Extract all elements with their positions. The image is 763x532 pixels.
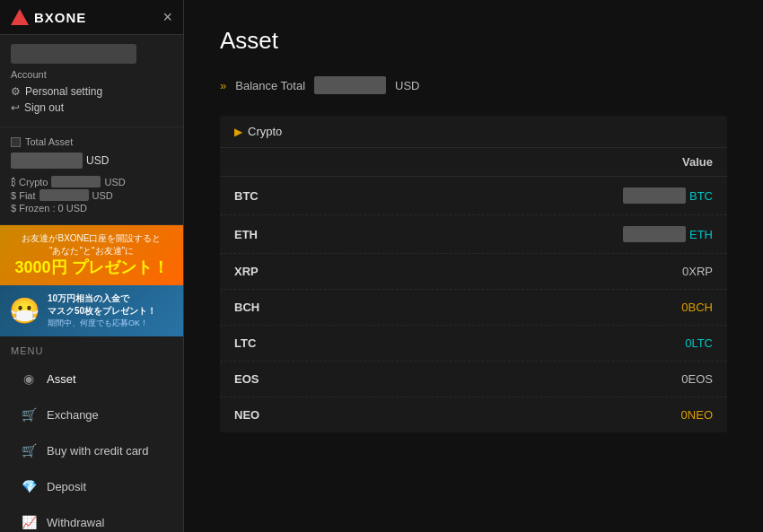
- credit-card-icon: 🛒: [20, 441, 38, 459]
- promo1-line1: お友達がBXONE口座を開設すると"あなた"と"お友達"に: [9, 232, 174, 257]
- signout-icon: ↩: [11, 101, 20, 114]
- crypto-expand-icon: ▶: [234, 126, 242, 138]
- table-row: NEO 0NEO: [220, 397, 727, 432]
- crypto-table-header: Value: [220, 148, 727, 177]
- btc-blur: [623, 188, 686, 204]
- sidebar-item-deposit-label: Deposit: [47, 480, 86, 493]
- promo-banner-1[interactable]: お友達がBXONE口座を開設すると"あなた"と"お友達"に 3000円 プレゼン…: [0, 225, 183, 285]
- crypto-value-xrp: 0XRP: [682, 265, 713, 278]
- crypto-name-btc: BTC: [234, 189, 306, 203]
- xrp-amount: 0XRP: [682, 265, 713, 278]
- table-row: ETH ETH: [220, 215, 727, 254]
- crypto-table: Value BTC BTC ETH ETH XRP: [220, 148, 727, 432]
- checkbox-icon: [11, 137, 21, 147]
- mask-icon: 😷: [9, 299, 40, 324]
- promo2-line2: 期間中、何度でも応募OK！: [48, 318, 174, 329]
- balance-total-value-blur: [314, 76, 386, 94]
- sidebar-item-buy-credit[interactable]: 🛒 Buy with credit card: [11, 433, 172, 467]
- main-content: Asset » Balance Total USD ▶ Crypto Value…: [184, 0, 763, 532]
- personal-setting-label: Personal setting: [25, 85, 102, 98]
- frozen-balance: $ Frozen : 0 USD: [11, 203, 172, 214]
- page-title: Asset: [220, 27, 727, 55]
- balance-total-label: Balance Total: [235, 79, 305, 92]
- promo2-line1: 10万円相当の入金でマスク50枚をプレゼント！: [48, 292, 174, 318]
- sidebar-item-exchange-label: Exchange: [47, 408, 99, 422]
- sidebar-item-withdrawal-label: Withdrawal: [47, 516, 104, 529]
- crypto-name-eth: ETH: [234, 228, 306, 241]
- sidebar-item-exchange[interactable]: 🛒 Exchange: [11, 397, 172, 432]
- neo-amount: 0NEO: [681, 408, 713, 422]
- total-balance-blur: [11, 153, 83, 169]
- crypto-name-ltc: LTC: [234, 336, 306, 350]
- personal-setting-link[interactable]: ⚙ Personal setting: [11, 85, 172, 98]
- crypto-value-ltc: 0LTC: [685, 336, 713, 350]
- fiat-balance: $ Fiat USD: [11, 189, 172, 201]
- sidebar-item-withdrawal[interactable]: 📈 Withdrawal: [11, 505, 172, 532]
- crypto-header-label: Crypto: [248, 125, 282, 138]
- sign-out-link[interactable]: ↩ Sign out: [11, 101, 172, 114]
- crypto-value-header: Value: [682, 155, 713, 169]
- total-asset-label: Total Asset: [11, 136, 172, 147]
- account-input-bar: [11, 44, 136, 64]
- gear-icon: ⚙: [11, 85, 21, 98]
- table-row: XRP 0XRP: [220, 254, 727, 290]
- promo-banner-2[interactable]: 😷 10万円相当の入金でマスク50枚をプレゼント！ 期間中、何度でも応募OK！: [0, 285, 183, 336]
- crypto-header[interactable]: ▶ Crypto: [220, 116, 727, 148]
- total-balance-usd: USD: [86, 154, 109, 167]
- promo1-amount: 3000円 プレゼント！: [9, 257, 174, 278]
- menu-label: MENU: [11, 345, 172, 356]
- sidebar-item-buy-credit-label: Buy with credit card: [47, 444, 148, 458]
- crypto-name-bch: BCH: [234, 301, 306, 314]
- balance-total-arrow-icon: »: [220, 79, 226, 92]
- eth-amount: ETH: [689, 228, 713, 241]
- deposit-icon: 💎: [20, 477, 38, 495]
- balance-section: Total Asset USD ₿ Crypto USD $ Fiat USD …: [0, 127, 183, 225]
- table-row: BCH 0BCH: [220, 290, 727, 326]
- table-row: EOS 0EOS: [220, 362, 727, 397]
- crypto-value-btc: BTC: [623, 188, 713, 204]
- sidebar-item-deposit[interactable]: 💎 Deposit: [11, 469, 172, 503]
- crypto-value-neo: 0NEO: [681, 408, 713, 422]
- sidebar: BXONE × Account ⚙ Personal setting ↩ Sig…: [0, 0, 184, 532]
- logo-triangle-icon: [11, 9, 29, 25]
- sidebar-header: BXONE ×: [0, 0, 183, 35]
- exchange-icon: 🛒: [20, 406, 38, 423]
- logo-text: BXONE: [34, 10, 86, 25]
- crypto-name-xrp: XRP: [234, 265, 306, 278]
- sidebar-item-asset-label: Asset: [47, 372, 76, 386]
- table-row: BTC BTC: [220, 177, 727, 215]
- table-row: LTC 0LTC: [220, 326, 727, 362]
- menu-section: MENU ◉ Asset 🛒 Exchange 🛒 Buy with credi…: [0, 336, 183, 532]
- asset-icon: ◉: [20, 370, 38, 388]
- account-label: Account: [11, 69, 172, 80]
- eth-blur: [623, 226, 686, 242]
- balance-total-currency: USD: [395, 79, 419, 92]
- crypto-balance: ₿ Crypto USD: [11, 176, 172, 188]
- promo2-text: 10万円相当の入金でマスク50枚をプレゼント！ 期間中、何度でも応募OK！: [48, 292, 174, 329]
- bch-amount: 0BCH: [681, 301, 713, 314]
- withdrawal-icon: 📈: [20, 513, 38, 531]
- ltc-amount: 0LTC: [685, 336, 713, 350]
- sidebar-item-asset[interactable]: ◉ Asset: [11, 362, 172, 396]
- crypto-value-eos: 0EOS: [681, 372, 713, 386]
- eos-amount: 0EOS: [681, 372, 713, 386]
- account-section: Account ⚙ Personal setting ↩ Sign out: [0, 35, 183, 127]
- crypto-section: ▶ Crypto Value BTC BTC ETH ETH: [220, 116, 727, 432]
- crypto-name-neo: NEO: [234, 408, 306, 422]
- crypto-name-eos: EOS: [234, 372, 306, 386]
- close-button[interactable]: ×: [162, 9, 172, 25]
- crypto-balance-blur: [51, 176, 101, 188]
- balance-total-row: » Balance Total USD: [220, 76, 727, 94]
- crypto-value-eth: ETH: [623, 226, 713, 242]
- crypto-value-bch: 0BCH: [681, 301, 713, 314]
- btc-amount: BTC: [689, 189, 713, 203]
- fiat-balance-blur: [39, 189, 89, 201]
- logo-area: BXONE: [11, 9, 86, 25]
- sign-out-label: Sign out: [24, 101, 64, 114]
